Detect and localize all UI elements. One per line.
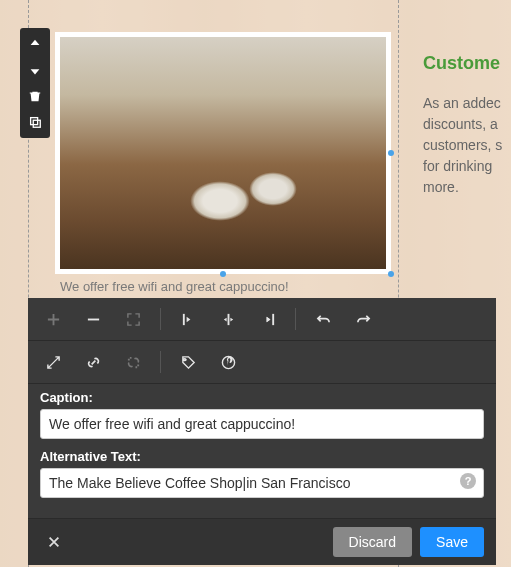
align-left-icon[interactable]	[171, 304, 205, 334]
tag-icon[interactable]	[171, 347, 205, 377]
bg-para-1: As an addec discounts, a customers, s fo…	[423, 93, 511, 198]
save-button[interactable]: Save	[420, 527, 484, 557]
duplicate-button[interactable]	[20, 109, 50, 135]
resize-handle-corner[interactable]	[388, 271, 394, 277]
bg-heading-1: Custome	[423, 50, 511, 77]
panel-footer: Discard Save	[28, 518, 496, 565]
redo-icon[interactable]	[346, 304, 380, 334]
delete-button[interactable]	[20, 83, 50, 109]
link-icon[interactable]	[76, 347, 110, 377]
alt-text-input[interactable]	[40, 468, 484, 498]
svg-rect-3	[182, 313, 184, 324]
svg-rect-2	[87, 318, 98, 320]
expand-icon[interactable]	[36, 347, 70, 377]
move-down-button[interactable]	[20, 57, 50, 83]
close-button[interactable]	[40, 528, 68, 556]
image-frame[interactable]	[55, 32, 391, 274]
image-block[interactable]: We offer free wifi and great cappuccino!	[55, 32, 391, 300]
caption-display: We offer free wifi and great cappuccino!	[55, 274, 391, 300]
svg-rect-5	[272, 313, 274, 324]
align-right-icon[interactable]	[251, 304, 285, 334]
caption-label: Caption:	[40, 390, 484, 405]
svg-rect-0	[31, 118, 38, 125]
caption-input[interactable]	[40, 409, 484, 439]
help-icon[interactable]: ?	[460, 473, 476, 489]
svg-rect-4	[227, 313, 229, 324]
fullscreen-icon	[116, 304, 150, 334]
remove-icon[interactable]	[76, 304, 110, 334]
form-body: Caption: Alternative Text: ?	[28, 384, 496, 518]
block-toolbar	[20, 28, 50, 138]
image-preview[interactable]	[60, 37, 386, 269]
image-settings-panel: Caption: Alternative Text: ? Discard Sav…	[28, 298, 496, 565]
unlink-icon	[116, 347, 150, 377]
pinterest-icon[interactable]	[211, 347, 245, 377]
svg-point-6	[184, 358, 186, 360]
resize-handle-bottom[interactable]	[220, 271, 226, 277]
discard-button[interactable]: Discard	[333, 527, 412, 557]
toolbar-row-1	[28, 298, 496, 341]
align-center-icon[interactable]	[211, 304, 245, 334]
svg-rect-1	[33, 120, 40, 127]
move-up-button[interactable]	[20, 31, 50, 57]
toolbar-row-2	[28, 341, 496, 384]
undo-icon[interactable]	[306, 304, 340, 334]
add-icon	[36, 304, 70, 334]
alt-text-label: Alternative Text:	[40, 449, 484, 464]
resize-handle-right[interactable]	[388, 150, 394, 156]
